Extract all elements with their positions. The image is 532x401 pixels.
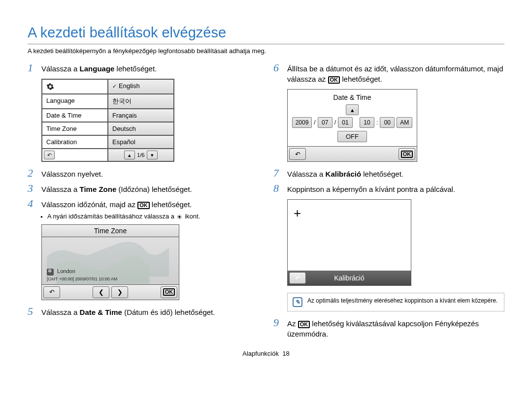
lang-option-english[interactable]: English: [108, 79, 174, 94]
info-note-text: Az optimális teljesítmény eléréséhez kop…: [307, 297, 498, 304]
ampm-field[interactable]: AM: [397, 117, 412, 128]
lang-option-francais[interactable]: Français: [108, 109, 174, 122]
month-field[interactable]: 07: [318, 117, 332, 128]
menu-item-calibration[interactable]: Calibration: [42, 135, 108, 149]
timezone-title: Time Zone: [42, 225, 179, 237]
step-4-note: A nyári időszámítás beállításához válass…: [28, 213, 259, 220]
ok-icon: OK: [298, 321, 310, 328]
menu-item-datetime[interactable]: Date & Time: [42, 109, 108, 122]
lang-option-espanol[interactable]: Español: [108, 135, 174, 149]
step-3: 3 Válassza a Time Zone (Időzóna) lehetős…: [28, 184, 259, 194]
timezone-city: London: [57, 268, 75, 274]
step-8-text: Koppintson a képernyőn a kívánt pontra a…: [287, 184, 504, 194]
back-button[interactable]: ↶: [289, 272, 306, 284]
step-7: 7 Válassza a Kalibráció lehetőséget.: [273, 169, 504, 179]
back-button[interactable]: ↶: [43, 286, 60, 298]
year-field[interactable]: 2009: [292, 117, 312, 128]
calibration-screenshot: + ↶ Kalibráció: [287, 199, 411, 286]
step-number: 1: [28, 62, 36, 74]
ok-icon: OK: [137, 202, 150, 209]
info-icon: ✎: [293, 297, 302, 307]
step-2-text: Válasszon nyelvet.: [41, 169, 259, 179]
sun-icon: [176, 214, 183, 220]
minute-field[interactable]: 00: [380, 117, 395, 128]
pager: ▴ 1/6 ▾: [108, 149, 174, 161]
hour-field[interactable]: 10: [360, 117, 374, 128]
prev-button[interactable]: ❮: [93, 286, 109, 298]
page-down-icon[interactable]: ▾: [147, 151, 158, 159]
step-6: 6 Állítsa be a dátumot és az időt, válas…: [273, 63, 504, 84]
back-icon[interactable]: ↶: [44, 151, 55, 159]
timezone-info: [GMT +00:00] 2009/07/01 10:00 AM: [47, 277, 117, 281]
calibration-label: Kalibráció: [306, 274, 393, 282]
back-button[interactable]: ↶: [289, 148, 306, 160]
step-1: 1 Válassza a Language lehetőséget.: [28, 63, 259, 74]
menu-item-language[interactable]: Language: [42, 94, 108, 109]
menu-item-timezone[interactable]: Time Zone: [42, 122, 108, 135]
crosshair-icon: +: [294, 206, 301, 221]
step-8: 8 Koppintson a képernyőn a kívánt pontra…: [273, 184, 504, 194]
step-1-pre: Válassza a: [41, 64, 80, 73]
pager-label: 1/6: [137, 152, 144, 158]
calibration-area[interactable]: +: [288, 200, 411, 271]
dateformat-off-button[interactable]: OFF: [337, 131, 367, 142]
timezone-map[interactable]: London [GMT +00:00] 2009/07/01 10:00 AM: [42, 237, 179, 284]
step-9: 9 Az OK lehetőség kiválasztásával kapcso…: [273, 318, 504, 339]
ok-button[interactable]: OK: [161, 286, 177, 298]
datetime-screenshot: Date & Time ▴ 2009/ 07/ 01 10: 00 AM OFF…: [287, 89, 417, 162]
dst-icon[interactable]: [47, 269, 54, 276]
timezone-screenshot: Time Zone London [GMT +00:00] 2009/07/01…: [41, 224, 179, 300]
page-footer: Alapfunkciók 18: [28, 350, 504, 357]
page-up-icon[interactable]: ▴: [124, 151, 135, 159]
ok-icon: OK: [328, 76, 340, 84]
next-button[interactable]: ❯: [111, 286, 128, 298]
step-1-bold: Language: [80, 64, 115, 73]
lang-option-korean[interactable]: 한국어: [108, 94, 174, 109]
info-note: ✎ Az optimális teljesítmény eléréséhez k…: [287, 293, 504, 311]
value-up-button[interactable]: ▴: [346, 104, 359, 115]
language-menu-screenshot: English Language 한국어 Date & Time Françai…: [41, 79, 174, 162]
page-subtitle: A kezdeti beállítóképernyőn a fényképező…: [28, 47, 504, 55]
step-5: 5 Válassza a Date & Time (Dátum és idő) …: [28, 307, 259, 317]
page-title: A kezdeti beállítások elvégzése: [28, 25, 504, 44]
step-2: 2 Válasszon nyelvet.: [28, 169, 259, 179]
step-4: 4 Válasszon időzónát, majd az OK lehetős…: [28, 199, 259, 210]
step-1-post: lehetőséget.: [114, 64, 157, 73]
lang-option-deutsch[interactable]: Deutsch: [108, 122, 174, 135]
datetime-title: Date & Time: [292, 93, 413, 101]
day-field[interactable]: 01: [338, 117, 353, 128]
gear-icon: [42, 79, 108, 94]
ok-button[interactable]: OK: [399, 148, 415, 160]
